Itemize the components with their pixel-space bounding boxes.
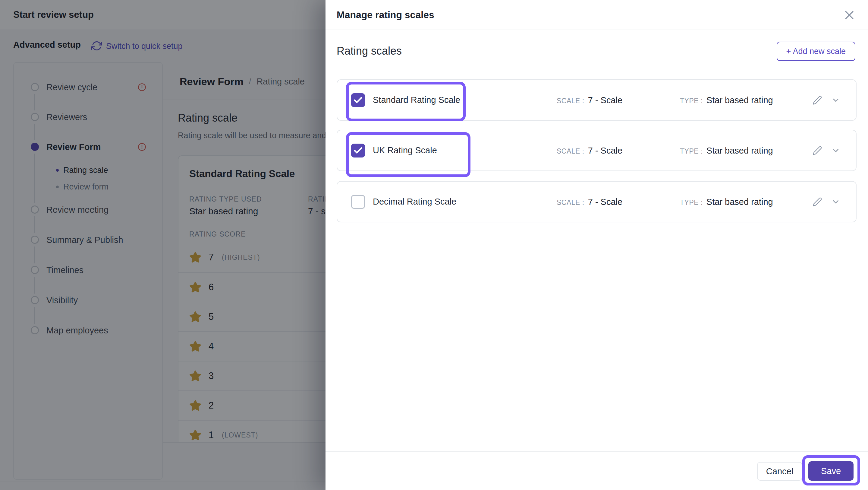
edit-pencil-icon[interactable] <box>812 95 822 105</box>
scale-row-standard[interactable]: Standard Rating Scale SCALE : 7 - Scale … <box>337 79 857 121</box>
scale-meta: SCALE : 7 - Scale <box>557 145 622 155</box>
add-new-scale-button[interactable]: + Add new scale <box>777 41 855 61</box>
manage-rating-scales-modal: Manage rating scales Rating scales + Add… <box>326 0 868 490</box>
modal-footer: Cancel Save <box>326 451 868 490</box>
type-meta-value: Star based rating <box>707 95 773 105</box>
chevron-down-icon[interactable] <box>831 197 840 206</box>
type-meta: TYPE : Star based rating <box>680 95 773 105</box>
edit-pencil-icon[interactable] <box>812 197 822 207</box>
type-meta-label: TYPE : <box>680 198 703 206</box>
scale-meta-value: 7 - Scale <box>588 95 622 105</box>
type-meta-label: TYPE : <box>680 147 703 155</box>
type-meta-value: Star based rating <box>707 197 773 207</box>
scale-name: UK Rating Scale <box>373 145 437 155</box>
screen: Start review setup Advanced setup Switch… <box>0 0 868 490</box>
type-meta-label: TYPE : <box>680 96 703 105</box>
scale-meta-label: SCALE : <box>557 147 584 155</box>
chevron-down-icon[interactable] <box>831 96 840 105</box>
scale-row-decimal[interactable]: Decimal Rating Scale SCALE : 7 - Scale T… <box>337 181 857 222</box>
close-icon[interactable] <box>844 10 855 21</box>
scale-row-uk[interactable]: UK Rating Scale SCALE : 7 - Scale TYPE :… <box>337 130 857 171</box>
modal-title: Manage rating scales <box>337 0 434 30</box>
scale-meta: SCALE : 7 - Scale <box>557 95 622 105</box>
chevron-down-icon[interactable] <box>831 146 840 155</box>
scale-meta-label: SCALE : <box>557 198 584 206</box>
edit-pencil-icon[interactable] <box>812 146 822 155</box>
checkbox-standard-rating-scale[interactable] <box>351 93 365 107</box>
scale-meta-value: 7 - Scale <box>588 145 622 155</box>
scale-meta-value: 7 - Scale <box>588 197 622 207</box>
cancel-button[interactable]: Cancel <box>757 462 802 481</box>
type-meta-value: Star based rating <box>707 145 773 155</box>
type-meta: TYPE : Star based rating <box>680 197 773 207</box>
rating-scales-heading: Rating scales <box>337 45 402 57</box>
checkbox-uk-rating-scale[interactable] <box>351 144 365 157</box>
scale-meta-label: SCALE : <box>557 96 584 105</box>
scale-meta: SCALE : 7 - Scale <box>557 197 622 207</box>
checkbox-decimal-rating-scale[interactable] <box>351 195 365 209</box>
save-button[interactable]: Save <box>808 461 854 481</box>
type-meta: TYPE : Star based rating <box>680 145 773 155</box>
scale-name: Standard Rating Scale <box>373 95 460 105</box>
modal-header: Manage rating scales <box>326 0 868 30</box>
scale-name: Decimal Rating Scale <box>373 197 456 207</box>
